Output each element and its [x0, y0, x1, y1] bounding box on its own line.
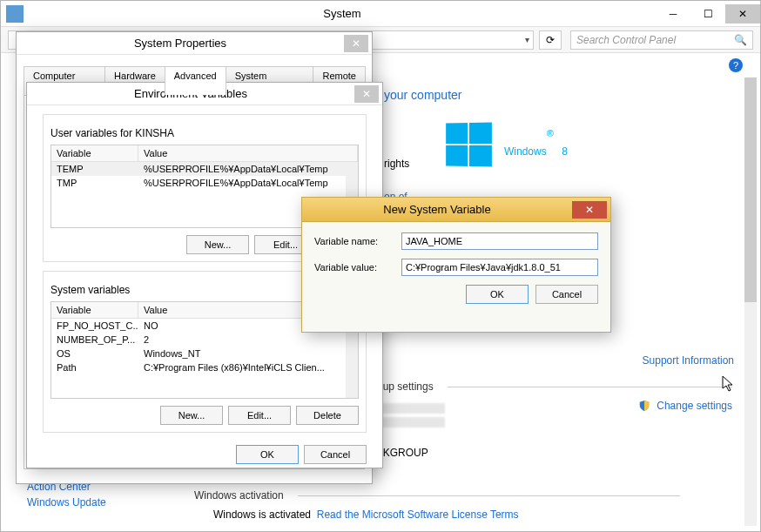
user-new-button[interactable]: New...	[186, 235, 249, 254]
system-delete-button[interactable]: Delete	[296, 406, 359, 425]
cancel-button[interactable]: Cancel	[304, 445, 367, 464]
full-name-value	[375, 417, 445, 428]
user-variables-label: User variables for KINSHA	[51, 127, 359, 139]
list-row[interactable]: OSWindows_NT	[51, 347, 358, 360]
column-variable[interactable]: Variable	[51, 302, 138, 318]
variable-name-input[interactable]	[401, 232, 598, 250]
variable-value-label: Variable value:	[314, 262, 401, 273]
windows-update-link[interactable]: Windows Update	[27, 496, 106, 508]
cancel-button[interactable]: Cancel	[535, 285, 598, 304]
list-row[interactable]: TMP %USERPROFILE%¥AppData¥Local¥Temp	[51, 176, 358, 190]
titlebar: System ─ ☐ ✕	[1, 1, 760, 27]
change-settings-link[interactable]: Change settings	[638, 400, 732, 412]
help-icon[interactable]: ?	[729, 58, 743, 72]
close-button[interactable]: ✕	[354, 85, 379, 103]
activation-legend: Windows activation	[192, 489, 298, 502]
close-button[interactable]: ✕	[725, 4, 760, 24]
system-edit-button[interactable]: Edit...	[228, 406, 291, 425]
group-legend: oup settings	[375, 380, 448, 393]
refresh-button[interactable]: ⟳	[539, 30, 562, 50]
system-new-button[interactable]: New...	[160, 406, 223, 425]
variable-value-input[interactable]	[401, 259, 598, 276]
activation-status: Windows is activated	[213, 508, 311, 521]
variable-name-label: Variable name:	[314, 236, 401, 246]
column-variable[interactable]: Variable	[51, 145, 138, 161]
new-system-variable-dialog: New System Variable ✕ Variable name: Var…	[301, 197, 611, 333]
scrollbar-thumb[interactable]	[744, 77, 757, 302]
dialog-title: System Properties	[17, 37, 344, 50]
chevron-down-icon: ▾	[525, 35, 529, 44]
list-row[interactable]: PathC:¥Program Files (x86)¥Intel¥iCLS Cl…	[51, 360, 358, 374]
dialog-title: New System Variable	[302, 203, 572, 216]
page-heading: your computer	[384, 88, 461, 102]
maximize-button[interactable]: ☐	[690, 4, 725, 24]
close-button[interactable]: ✕	[344, 35, 368, 52]
rights-text: rights	[384, 158, 409, 170]
windows8-text: Windows® 8	[504, 128, 568, 162]
search-icon: 🔍	[734, 34, 747, 46]
dialog-titlebar: New System Variable ✕	[302, 198, 610, 222]
cursor-icon	[722, 375, 736, 393]
list-row[interactable]: TEMP %USERPROFILE%¥AppData¥Local¥Temp	[51, 162, 358, 176]
search-box[interactable]: Search Control Panel 🔍	[570, 30, 753, 50]
window-title: System	[29, 7, 656, 20]
close-button[interactable]: ✕	[572, 201, 607, 219]
ok-button[interactable]: OK	[236, 445, 299, 464]
license-terms-link[interactable]: Read the Microsoft Software License Term…	[317, 508, 519, 521]
column-value[interactable]: Value	[138, 145, 358, 161]
system-icon	[6, 5, 24, 23]
windows-logo-icon	[446, 123, 494, 167]
windows8-logo: Windows® 8	[445, 123, 568, 166]
computer-name-value	[375, 403, 445, 414]
support-info-link[interactable]: Support Information	[643, 354, 734, 367]
tab-advanced[interactable]: Advanced	[165, 66, 226, 95]
ok-button[interactable]: OK	[466, 285, 529, 304]
shield-icon	[638, 400, 650, 412]
scrollbar[interactable]	[744, 77, 757, 526]
minimize-button[interactable]: ─	[656, 4, 690, 24]
dialog-titlebar: System Properties ✕	[17, 32, 372, 55]
search-placeholder: Search Control Panel	[576, 34, 676, 46]
workgroup-value: RKGROUP	[375, 447, 732, 459]
list-row[interactable]: NUMBER_OF_P...2	[51, 333, 358, 347]
